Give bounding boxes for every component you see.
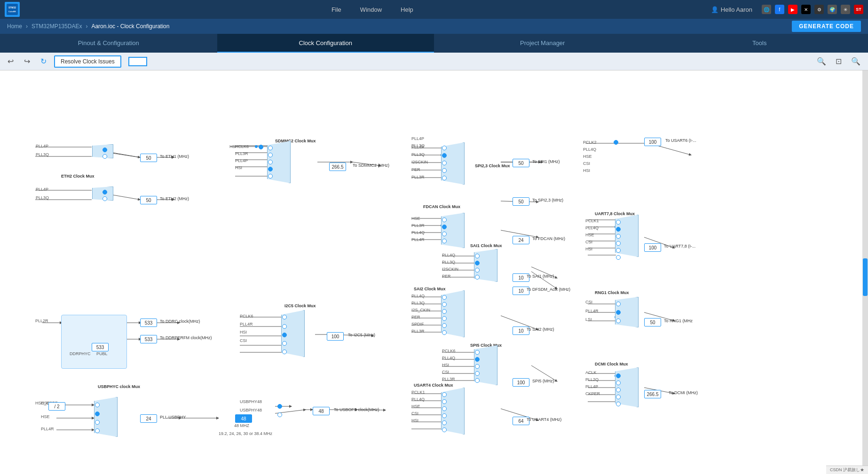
spi23-r4[interactable] [442, 168, 447, 173]
sai2-r5[interactable] [442, 323, 447, 328]
sdmmc2-r4[interactable] [268, 167, 273, 171]
eth2-value[interactable]: 50 [140, 196, 157, 204]
uart78-r5[interactable] [616, 248, 621, 253]
spi5-r1[interactable] [475, 350, 480, 355]
usart4-r5[interactable] [442, 420, 447, 425]
sai2-r2[interactable] [442, 302, 447, 307]
usart4-r4[interactable] [442, 413, 447, 418]
spi5-r2[interactable] [475, 357, 480, 362]
ddrc-value[interactable]: 533 [140, 319, 157, 327]
scrollbar-thumb[interactable] [863, 258, 868, 296]
i2c5-value[interactable]: 100 [327, 332, 344, 341]
usart4-r2[interactable] [442, 399, 447, 404]
sai1-r3[interactable] [475, 268, 480, 272]
usb-r3[interactable] [95, 420, 100, 425]
sdmmc2-value[interactable]: 266.5 [329, 163, 346, 171]
rng1-value[interactable]: 50 [644, 318, 661, 326]
tab-clock[interactable]: Clock Configuration [217, 34, 434, 53]
i2c5-r2[interactable] [282, 324, 287, 329]
sai2-r3[interactable] [442, 309, 447, 314]
eth2-radio-2[interactable] [103, 196, 107, 201]
facebook-icon[interactable]: f [775, 5, 784, 14]
fit-view-button[interactable]: ⊡ [833, 56, 844, 67]
spi23-value[interactable]: 50 [513, 197, 529, 206]
dcmi-r2[interactable] [616, 381, 621, 385]
pclk2-radio[interactable] [614, 140, 618, 145]
youtube-icon[interactable]: ▶ [788, 5, 797, 14]
usb48-out-value[interactable]: 48 [313, 407, 330, 415]
globe-icon[interactable]: 🌐 [762, 5, 771, 14]
uart78-r6[interactable] [616, 255, 621, 260]
spi5-r5[interactable] [475, 378, 480, 383]
sai2-r4[interactable] [442, 316, 447, 321]
web-icon[interactable]: 🌍 [828, 5, 837, 14]
scrollbar-vertical[interactable] [862, 70, 868, 474]
rng1-r3[interactable] [616, 319, 621, 323]
sai2-r6[interactable] [442, 330, 447, 335]
asterisk-icon[interactable]: ✳ [841, 5, 850, 14]
usb-r1[interactable] [95, 403, 100, 407]
uart78-r4[interactable] [616, 241, 621, 246]
spi5-r3[interactable] [475, 364, 480, 369]
twitter-icon[interactable]: ✕ [801, 5, 811, 14]
refresh-button[interactable]: ↻ [38, 56, 49, 67]
dcmi-r1[interactable] [616, 373, 621, 378]
i2c5-r1[interactable] [282, 315, 287, 319]
sai1-r2[interactable] [475, 261, 480, 265]
i2c5-r3[interactable] [282, 333, 287, 337]
usbphy-r1[interactable] [277, 404, 282, 409]
sdmmc2-r5[interactable] [268, 174, 273, 179]
usb-pll-value[interactable]: 24 [140, 414, 157, 423]
dcmi-value[interactable]: 266.5 [644, 390, 661, 398]
dcmi-r4[interactable] [616, 395, 621, 399]
nav-help[interactable]: Help [401, 6, 413, 13]
sdmmc2-hsi-selected[interactable] [259, 145, 263, 149]
usart6h-value[interactable]: 100 [644, 138, 661, 146]
fdcan-r3[interactable] [442, 232, 447, 236]
zoom-out-button[interactable]: 🔍 [848, 56, 863, 67]
resolve-clock-button[interactable]: Resolve Clock Issues [54, 55, 121, 68]
usart4-r6[interactable] [442, 427, 447, 432]
spi23-r5[interactable] [442, 176, 447, 180]
spi23-r1[interactable] [442, 146, 447, 150]
spi23-r2[interactable] [442, 153, 447, 158]
spi23-r3[interactable] [442, 161, 447, 165]
dcmi-r3[interactable] [616, 388, 621, 392]
fdcan-r1[interactable] [442, 218, 447, 222]
undo-button[interactable]: ↩ [5, 56, 16, 67]
github-icon[interactable]: ⚙ [814, 5, 824, 14]
breadcrumb-project[interactable]: STM32MP135DAEx [32, 23, 82, 30]
spi5-value[interactable]: 100 [513, 378, 529, 387]
sdmmc2-r2[interactable] [268, 153, 273, 157]
div2-box[interactable]: / 2 [48, 402, 65, 411]
breadcrumb-file[interactable]: Aaron.ioc - Clock Configuration [91, 23, 169, 30]
sdmmc2-r3[interactable] [268, 160, 273, 164]
eth1-radio-selected[interactable] [103, 148, 107, 152]
uart78-value[interactable]: 100 [644, 243, 661, 252]
usart4-r1[interactable] [442, 392, 447, 397]
tab-tools[interactable]: Tools [651, 34, 868, 53]
clock-value-input[interactable] [128, 57, 147, 66]
nav-file[interactable]: File [331, 6, 341, 13]
i2c5-r4[interactable] [282, 341, 287, 346]
fdcan-r2[interactable] [442, 225, 447, 229]
publ-value[interactable]: 533 [92, 343, 109, 351]
sdmmc2-r1[interactable] [268, 146, 273, 150]
spi1-value[interactable]: 50 [513, 159, 529, 167]
uart78-r2[interactable] [616, 227, 621, 232]
rng1-r1[interactable] [616, 302, 621, 306]
eth2-radio-selected[interactable] [103, 190, 107, 194]
zoom-in-button[interactable]: 🔍 [814, 56, 829, 67]
dcmi-r5[interactable] [616, 402, 621, 406]
i2c5-r5[interactable] [282, 350, 287, 354]
usb-r2[interactable] [95, 412, 100, 416]
usb-r4[interactable] [95, 428, 100, 433]
tab-pinout[interactable]: Pinout & Configuration [0, 34, 217, 53]
nav-window[interactable]: Window [360, 6, 382, 13]
uart78-r3[interactable] [616, 234, 621, 239]
breadcrumb-home[interactable]: Home [7, 23, 22, 30]
st-logo[interactable]: ST [854, 5, 863, 14]
redo-button[interactable]: ↪ [21, 56, 33, 67]
spi5-r4[interactable] [475, 371, 480, 376]
usbphy-r2[interactable] [277, 412, 282, 417]
